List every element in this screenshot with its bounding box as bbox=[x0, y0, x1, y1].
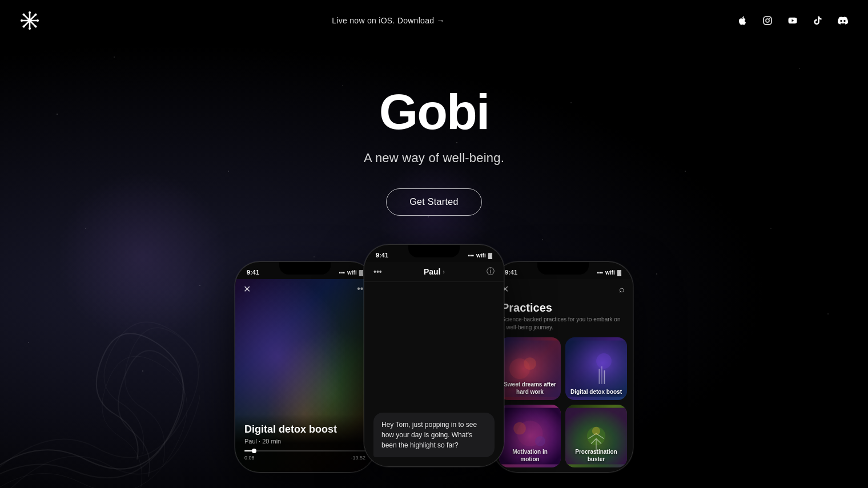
svg-rect-15 bbox=[601, 366, 602, 385]
wifi-icon3: wifi bbox=[605, 269, 615, 276]
navbar: Live now on iOS. Download → bbox=[0, 0, 868, 41]
phone2-info-icon[interactable]: ⓘ bbox=[487, 267, 495, 277]
phone3-time: 9:41 bbox=[505, 269, 517, 276]
phone1-track-meta: Paul · 20 min bbox=[244, 438, 365, 445]
phone2-message-area: Hey Tom, just popping in to see how your… bbox=[364, 404, 504, 466]
practice-card-motivation[interactable]: Motivation in motion bbox=[499, 405, 561, 467]
phone-notch-center bbox=[408, 245, 460, 257]
phone1-status-icons: ▪▪▪ wifi ▓ bbox=[339, 269, 363, 276]
hero-subtitle: A new way of well-being. bbox=[0, 151, 868, 166]
phone1-track-title: Digital detox boost bbox=[244, 424, 365, 435]
phone3-content: ✕ ⌕ Practices Science-backed practices f… bbox=[493, 279, 633, 472]
card-procrastination-label: Procrastination buster bbox=[565, 448, 627, 463]
svg-point-20 bbox=[535, 436, 545, 446]
instagram-icon[interactable] bbox=[761, 14, 774, 27]
svg-point-4 bbox=[37, 19, 39, 22]
logo-icon bbox=[19, 10, 40, 31]
practice-card-procrastination[interactable]: Procrastination buster bbox=[565, 405, 627, 467]
card-motivation-label: Motivation in motion bbox=[499, 448, 561, 463]
phone1-progress-dot bbox=[252, 449, 256, 453]
phone2-status-icons: ▪▪▪ wifi ▓ bbox=[468, 252, 492, 259]
get-started-button[interactable]: Get Started bbox=[386, 188, 481, 216]
hero-section: Gobi A new way of well-being. Get Starte… bbox=[0, 41, 868, 216]
phone-notch-right bbox=[537, 262, 589, 275]
phones-section: 9:41 ▪▪▪ wifi ▓ ✕ ••• Digital detox boos… bbox=[0, 250, 868, 467]
svg-point-2 bbox=[29, 27, 31, 30]
svg-point-5 bbox=[23, 14, 25, 16]
phone3-header-bar: ✕ ⌕ bbox=[493, 279, 633, 299]
signal-icon: ▪▪▪ bbox=[339, 269, 345, 276]
phone1-close-icon[interactable]: ✕ bbox=[243, 284, 251, 295]
phone2-time: 9:41 bbox=[376, 252, 388, 259]
practice-card-detox[interactable]: Digital detox boost bbox=[565, 337, 627, 400]
card-dreams-label: Sweet dreams after hard work bbox=[499, 381, 561, 396]
hero-title: Gobi bbox=[0, 87, 868, 137]
phone1-player-info: Digital detox boost Paul · 20 min 0:08 -… bbox=[235, 414, 375, 472]
phone2-name: Paul bbox=[424, 267, 441, 276]
svg-rect-14 bbox=[599, 369, 600, 384]
phone-practices: 9:41 ▪▪▪ wifi ▓ ✕ ⌕ Practices Science-ba… bbox=[493, 261, 633, 473]
phone3-search-icon[interactable]: ⌕ bbox=[619, 284, 625, 295]
phone1-time: 9:41 bbox=[247, 269, 259, 276]
phone2-chat-history bbox=[364, 282, 504, 404]
card-detox-label: Digital detox boost bbox=[565, 388, 627, 396]
phone1-elapsed: 0:08 bbox=[244, 455, 255, 461]
svg-rect-16 bbox=[604, 370, 605, 384]
svg-point-13 bbox=[596, 353, 612, 369]
svg-point-19 bbox=[513, 422, 526, 435]
wifi-icon: wifi bbox=[347, 269, 357, 276]
discord-icon[interactable] bbox=[836, 14, 850, 27]
tiktok-icon[interactable] bbox=[811, 14, 825, 27]
social-icons bbox=[736, 14, 850, 27]
battery-icon3: ▓ bbox=[617, 269, 621, 276]
phone3-section-subtitle: Science-backed practices for you to emba… bbox=[493, 316, 633, 337]
phone3-section-title: Practices bbox=[493, 299, 633, 316]
phone2-header: ••• Paul › ⓘ bbox=[364, 262, 504, 282]
svg-point-8 bbox=[23, 26, 25, 28]
phone2-message-bubble: Hey Tom, just popping in to see how your… bbox=[373, 413, 495, 457]
svg-point-11 bbox=[524, 357, 536, 370]
apple-icon[interactable] bbox=[736, 14, 749, 27]
signal-icon2: ▪▪▪ bbox=[468, 252, 474, 259]
phone-notch-left bbox=[279, 262, 331, 275]
svg-point-3 bbox=[21, 19, 23, 22]
practices-grid: Sweet dreams after hard work bbox=[493, 337, 633, 467]
phone1-content: ✕ ••• Digital detox boost Paul · 20 min … bbox=[235, 279, 375, 472]
phone2-more-icon[interactable]: ••• bbox=[373, 267, 382, 276]
battery-icon2: ▓ bbox=[488, 252, 492, 259]
svg-point-7 bbox=[35, 14, 37, 16]
logo[interactable] bbox=[18, 9, 41, 32]
signal-icon3: ▪▪▪ bbox=[597, 269, 603, 276]
phone3-status-icons: ▪▪▪ wifi ▓ bbox=[597, 269, 621, 276]
phone1-time-display: 0:08 -19:52 bbox=[244, 455, 365, 461]
youtube-icon[interactable] bbox=[786, 14, 799, 27]
phone-player: 9:41 ▪▪▪ wifi ▓ ✕ ••• Digital detox boos… bbox=[235, 261, 375, 473]
battery-icon: ▓ bbox=[359, 269, 363, 276]
phone2-header-name: Paul › bbox=[424, 267, 445, 276]
practice-card-dreams[interactable]: Sweet dreams after hard work bbox=[499, 337, 561, 400]
download-link-text: Live now on iOS. Download → bbox=[332, 16, 444, 25]
svg-point-1 bbox=[29, 11, 31, 14]
phone2-content: ••• Paul › ⓘ Hey Tom, just popping in to… bbox=[364, 262, 504, 466]
svg-point-23 bbox=[592, 427, 600, 435]
phone1-remaining: -19:52 bbox=[351, 455, 365, 461]
download-link[interactable]: Live now on iOS. Download → bbox=[332, 16, 444, 25]
phone1-progress-bar[interactable] bbox=[244, 450, 365, 451]
svg-point-6 bbox=[35, 26, 37, 28]
phone-chat: 9:41 ▪▪▪ wifi ▓ ••• Paul › ⓘ Hey Tom, ju… bbox=[364, 244, 504, 467]
phone2-chevron-icon: › bbox=[443, 269, 444, 275]
wifi-icon2: wifi bbox=[476, 252, 486, 259]
